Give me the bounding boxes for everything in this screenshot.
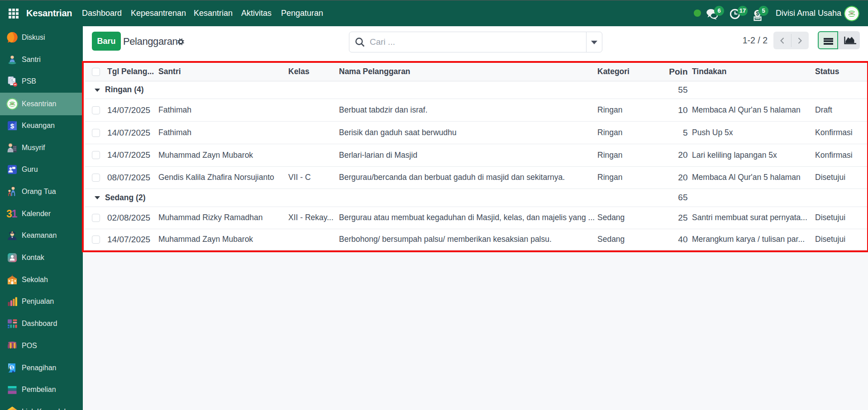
svg-text:$: $: [10, 365, 13, 370]
svg-text:$: $: [10, 122, 14, 129]
svg-text:1: 1: [12, 208, 18, 220]
